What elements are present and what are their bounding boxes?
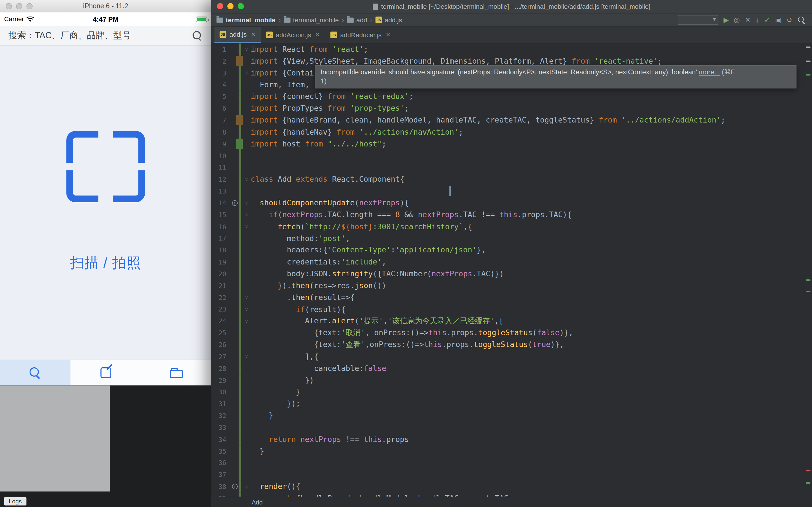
close-icon[interactable]: ✕ <box>251 31 256 38</box>
code-editor[interactable]: 1∨import React from 'react';2import {Vie… <box>211 43 812 497</box>
code-text[interactable]: .then(result=>{ <box>251 291 812 303</box>
line-number[interactable]: 29 <box>211 376 231 384</box>
code-line[interactable]: 39 const {handleBrand, handleModel, hand… <box>211 493 812 497</box>
tab-add.js[interactable]: JSadd.js✕ <box>214 27 261 43</box>
logs-tab[interactable]: Logs <box>4 497 27 505</box>
fold-chevron-icon[interactable]: ∨ <box>243 354 251 359</box>
code-text[interactable]: } <box>251 386 812 398</box>
fold-chevron-icon[interactable]: ∨ <box>243 307 251 312</box>
code-line[interactable]: 5import {connect} from 'react-redux'; <box>211 91 812 103</box>
line-number[interactable]: 24 <box>211 318 231 325</box>
code-line[interactable]: 22∨ .then(result=>{ <box>211 291 812 303</box>
close-icon[interactable]: ✕ <box>315 32 320 38</box>
code-line[interactable]: 16∨ fetch(`http://${host}:3001/searchHis… <box>211 221 812 233</box>
line-number[interactable]: 23 <box>211 305 231 314</box>
app-tab-search[interactable] <box>0 360 70 385</box>
code-text[interactable] <box>251 162 812 173</box>
fold-chevron-icon[interactable]: ∨ <box>243 212 251 217</box>
code-line[interactable]: 34 return nextProps !== this.props <box>211 434 812 445</box>
line-number[interactable]: 37 <box>211 471 231 479</box>
zoom-window-button[interactable] <box>238 3 244 9</box>
line-number[interactable]: 15 <box>211 211 231 219</box>
line-number[interactable]: 17 <box>211 235 231 242</box>
code-text[interactable]: {text:'取消', onPress:()=>this.props.toggl… <box>251 327 812 339</box>
code-text[interactable]: ],{ <box>251 351 812 362</box>
code-line[interactable]: 12∨class Add extends React.Component{ <box>211 173 812 185</box>
code-text[interactable] <box>251 421 812 434</box>
tab-addReducer.js[interactable]: JSaddReducer.js✕ <box>325 27 396 43</box>
line-number[interactable]: 18 <box>211 246 231 255</box>
code-line[interactable]: 13 <box>211 185 812 197</box>
code-line[interactable]: 37 <box>211 469 812 481</box>
line-number[interactable]: 9 <box>211 140 231 148</box>
code-text[interactable]: credentials:'include', <box>251 256 812 268</box>
line-number[interactable]: 36 <box>211 459 231 467</box>
fold-chevron-icon[interactable]: ∨ <box>243 47 251 52</box>
code-text[interactable]: }) <box>251 374 812 386</box>
code-line[interactable]: 14↑∨ shouldComponentUpdate(nextProps){ <box>211 197 812 209</box>
ide-titlebar[interactable]: terminal_mobile [~/Desktop/terminal_mobi… <box>211 0 812 13</box>
code-text[interactable]: } <box>251 445 812 457</box>
line-number[interactable]: 6 <box>211 105 231 112</box>
override-method-icon[interactable]: ↑ <box>231 200 238 206</box>
code-line[interactable]: 20 body:JSON.stringify({TAC:Number(nextP… <box>211 268 812 280</box>
fold-chevron-icon[interactable]: ∨ <box>243 295 251 300</box>
line-number[interactable]: 21 <box>211 282 231 290</box>
line-number[interactable]: 33 <box>211 424 231 432</box>
code-line[interactable]: 17 method:'post', <box>211 233 812 244</box>
error-stripe[interactable] <box>804 43 812 497</box>
vcs-commit-icon[interactable]: ✔ <box>764 17 770 23</box>
code-text[interactable]: body:JSON.stringify({TAC:Number(nextProp… <box>251 268 812 280</box>
code-text[interactable]: method:'post', <box>251 233 812 244</box>
bottom-breadcrumb[interactable]: Add <box>252 499 263 506</box>
code-text[interactable] <box>251 457 812 469</box>
code-line[interactable]: 24∨ Alert.alert('提示','该信息为今天录入／已经缓存',[ <box>211 315 812 327</box>
zoom-window-button[interactable] <box>27 3 33 9</box>
rollback-icon[interactable]: ↺ <box>786 17 792 23</box>
code-text[interactable]: import {connect} from 'react-redux'; <box>251 91 812 103</box>
code-text[interactable]: } <box>251 410 812 421</box>
code-line[interactable]: 19 credentials:'include', <box>211 256 812 268</box>
stripe-mark[interactable] <box>806 61 811 62</box>
code-text[interactable]: fetch(`http://${host}:3001/searchHistory… <box>251 221 812 233</box>
line-number[interactable]: 25 <box>211 329 231 337</box>
override-method-icon[interactable]: ↑ <box>231 484 238 490</box>
code-text[interactable]: import host from "../../host"; <box>251 138 812 150</box>
code-line[interactable]: 7import {handleBrand, clean, handleModel… <box>211 114 812 126</box>
code-line[interactable]: 27∨ ],{ <box>211 351 812 362</box>
code-line[interactable]: 15∨ if(nextProps.TAC.length === 8 && nex… <box>211 209 812 221</box>
code-line[interactable]: 1∨import React from 'react'; <box>211 43 812 55</box>
code-text[interactable]: cancelable:false <box>251 362 812 374</box>
fold-chevron-icon[interactable]: ∨ <box>243 319 251 324</box>
line-number[interactable]: 13 <box>211 187 231 195</box>
line-number[interactable]: 8 <box>211 128 231 136</box>
code-text[interactable]: import {handleBrand, clean, handleModel,… <box>251 114 812 126</box>
line-number[interactable]: 5 <box>211 93 231 101</box>
stop-icon[interactable]: ✕ <box>745 17 751 23</box>
line-number[interactable]: 3 <box>211 69 231 77</box>
stripe-mark[interactable] <box>806 74 811 76</box>
code-text[interactable]: if(nextProps.TAC.length === 8 && nextPro… <box>251 209 812 221</box>
code-text[interactable] <box>251 185 812 197</box>
code-text[interactable]: }).then(res=>res.json()) <box>251 280 812 291</box>
line-number[interactable]: 35 <box>211 447 231 455</box>
breadcrumb-item[interactable]: terminal_mobile <box>216 16 275 24</box>
code-text[interactable]: import {handleNav} from '../actions/navA… <box>251 126 812 138</box>
code-text[interactable] <box>251 150 812 162</box>
code-text[interactable]: return nextProps !== this.props <box>251 434 812 445</box>
code-line[interactable]: 38↑∨ render(){ <box>211 481 812 493</box>
code-line[interactable]: 29 }) <box>211 374 812 386</box>
window-icon[interactable]: ▣ <box>775 17 781 23</box>
line-number[interactable]: 38 <box>211 483 231 491</box>
code-line[interactable]: 8import {handleNav} from '../actions/nav… <box>211 126 812 138</box>
breadcrumb-item[interactable]: terminal_mobile <box>284 16 339 24</box>
app-tab-compose[interactable] <box>70 360 141 385</box>
code-line[interactable]: 33 <box>211 421 812 434</box>
line-number[interactable]: 10 <box>211 152 231 160</box>
line-number[interactable]: 4 <box>211 81 231 89</box>
minimize-window-button[interactable] <box>227 3 234 9</box>
stripe-mark[interactable] <box>806 47 811 48</box>
line-number[interactable]: 7 <box>211 116 231 124</box>
code-text[interactable] <box>251 469 812 481</box>
search-everywhere-icon[interactable] <box>798 16 806 24</box>
